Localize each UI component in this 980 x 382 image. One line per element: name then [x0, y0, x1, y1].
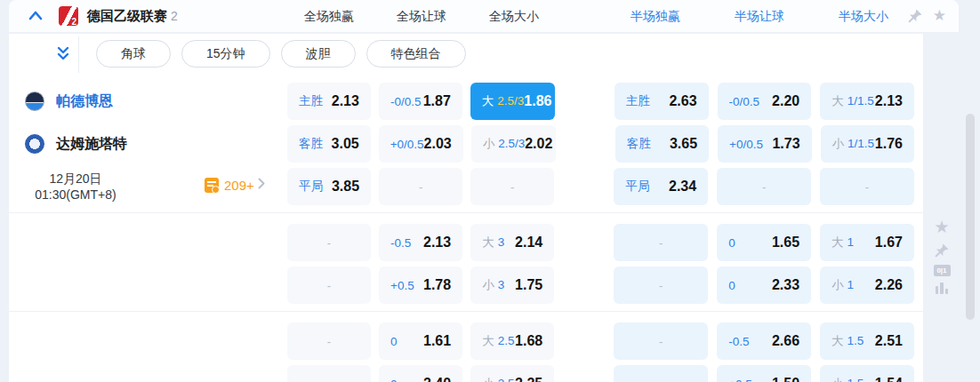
odds-cell[interactable]: 小1/1.51.76: [821, 125, 914, 163]
home-team[interactable]: 帕德博恩: [25, 83, 113, 120]
odds-cell[interactable]: +0/0.51.73: [718, 125, 811, 163]
odds-cell-empty: -: [287, 322, 371, 360]
handicap-line: 1.5: [847, 334, 864, 347]
odds-label: 大1/1.5: [831, 93, 874, 109]
odds-label: 小1: [831, 277, 854, 293]
odds-value: 1.73: [772, 136, 799, 152]
star-icon[interactable]: ★: [933, 5, 946, 27]
odds-cell[interactable]: 客胜3.65: [615, 125, 709, 163]
odds-cell[interactable]: 小31.75: [470, 267, 554, 304]
odds-row: -+0.51.78小31.75-02.33小12.26: [9, 267, 923, 304]
odds-cell[interactable]: 小12.26: [820, 267, 914, 304]
expand-double-chevron-down-icon[interactable]: [53, 45, 73, 63]
market-column-header-1[interactable]: 全场独赢: [276, 9, 382, 25]
odds-cell[interactable]: -0.52.66: [717, 322, 811, 360]
odds-cell[interactable]: 主胜2.13: [287, 83, 371, 120]
odds-cell[interactable]: 01.61: [379, 322, 462, 360]
odds-cell-empty: -: [820, 168, 914, 205]
odds-cell[interactable]: -0/0.52.20: [718, 83, 812, 120]
tab-pill-3[interactable]: 波胆: [281, 40, 356, 68]
odds-cell[interactable]: -0.52.13: [379, 224, 462, 261]
clock-badge-icon: [212, 186, 220, 194]
over-under-side: 大: [831, 334, 844, 347]
league-name[interactable]: 德国乙级联赛: [87, 8, 167, 25]
odds-label: 0: [728, 236, 735, 250]
odds-cell[interactable]: 大1/1.52.13: [820, 83, 914, 120]
odds-cell-empty: -: [614, 365, 708, 382]
odds-cell[interactable]: 大2.51.68: [470, 322, 554, 360]
odds-cell[interactable]: 大11.67: [820, 224, 914, 261]
odds-value: 1.67: [875, 235, 903, 251]
stats-chart-icon[interactable]: [936, 283, 949, 294]
odds-row: -01.61大2.51.68--0.52.66大1.52.51: [9, 322, 923, 360]
favorite-star-icon[interactable]: ★: [934, 217, 949, 238]
away-team[interactable]: 达姆施塔特: [25, 125, 127, 163]
market-column-header-2[interactable]: 全场让球: [368, 9, 475, 25]
odds-cell[interactable]: +0.51.78: [379, 267, 462, 304]
market-column-header-3[interactable]: 全场大小: [461, 9, 567, 25]
group-separator: [9, 212, 923, 213]
over-under-side: 小: [831, 377, 844, 382]
handicap-line: 2.5/3: [497, 94, 524, 107]
tab-pill-4[interactable]: 特色组合: [366, 40, 466, 68]
odds-cell[interactable]: 平局2.34: [614, 168, 708, 205]
odds-cell[interactable]: 主胜2.63: [615, 83, 709, 120]
market-column-header-6[interactable]: 半场大小: [810, 9, 917, 25]
tab-pill-2[interactable]: 15分钟: [181, 40, 270, 68]
odds-cell[interactable]: +0.51.50: [717, 365, 811, 382]
handicap-line: 1/1.5: [847, 94, 874, 107]
odds-label: 0: [390, 335, 398, 348]
odds-cell-selected[interactable]: 大2.5/31.86: [470, 83, 555, 120]
odds-label: 0: [390, 378, 398, 382]
binary-odds-icon[interactable]: 0|1: [934, 265, 951, 276]
over-under-side: 小: [832, 137, 845, 150]
row-left-column: 12月20日01:30(GMT+8)209+: [9, 168, 287, 205]
odds-cell-empty: -: [614, 267, 708, 304]
odds-value: 2.13: [875, 93, 903, 109]
odds-label: -0/0.5: [390, 95, 422, 108]
home-team-name[interactable]: 帕德博恩: [56, 92, 113, 111]
group-separator: [9, 311, 923, 312]
odds-cell[interactable]: 小2.5/32.02: [471, 125, 556, 163]
odds-value: 1.54: [875, 376, 903, 382]
tab-pill-1[interactable]: 角球: [96, 40, 171, 68]
odds-cell[interactable]: -0/0.51.87: [379, 83, 462, 120]
chevron-right-icon: [258, 177, 265, 193]
scrollbar-thumb[interactable]: [966, 114, 975, 320]
odds-cell[interactable]: 01.65: [717, 224, 811, 261]
over-under-side: 大: [831, 235, 844, 249]
odds-row: --0.52.13大32.14-01.65大11.67: [9, 224, 923, 261]
over-under-side: 小: [483, 137, 495, 150]
odds-cell[interactable]: +0/0.52.03: [379, 125, 463, 163]
odds-cell[interactable]: 小2.52.25: [470, 365, 554, 382]
row-left-column: [9, 322, 287, 360]
handicap-line: 3: [498, 235, 505, 249]
odds-value: 2.20: [772, 93, 799, 109]
more-markets-count[interactable]: 209+: [224, 178, 254, 193]
odds-cell[interactable]: 02.40: [379, 365, 462, 382]
odds-label: 大2.5/3: [482, 93, 525, 109]
odds-cell[interactable]: 小1.51.54: [820, 365, 914, 382]
match-card: 角球15分钟波胆特色组合 帕德博恩主胜2.13-0/0.51.87大2.5/31…: [9, 34, 923, 382]
odds-cell-empty: -: [614, 224, 708, 261]
pin-icon[interactable]: [907, 8, 923, 24]
odds-row: -02.40小2.52.25-+0.51.50小1.51.54: [9, 365, 923, 382]
market-column-header-4[interactable]: 半场独赢: [602, 9, 709, 25]
handicap-line: 2.5: [498, 334, 515, 347]
odds-cell[interactable]: 02.33: [717, 267, 811, 304]
away-team-name[interactable]: 达姆施塔特: [56, 135, 127, 154]
market-column-header-5[interactable]: 半场让球: [706, 9, 813, 25]
odds-table: 帕德博恩主胜2.13-0/0.51.87大2.5/31.86主胜2.63-0/0…: [9, 83, 923, 382]
odds-cell[interactable]: 大32.14: [470, 224, 554, 261]
odds-label: 主胜: [626, 93, 650, 109]
odds-label: 小1/1.5: [832, 136, 875, 152]
odds-cell[interactable]: 大1.52.51: [820, 322, 914, 360]
odds-cell[interactable]: 客胜3.05: [287, 125, 371, 163]
away-team-logo-icon: [25, 134, 44, 154]
odds-cell[interactable]: 平局3.85: [287, 168, 371, 205]
odds-value: 2.25: [515, 376, 542, 382]
pin-icon[interactable]: [934, 243, 950, 259]
match-date: 12月20日: [18, 171, 133, 187]
odds-value: 1.50: [772, 376, 799, 382]
collapse-chevron-up-icon[interactable]: [27, 8, 44, 24]
